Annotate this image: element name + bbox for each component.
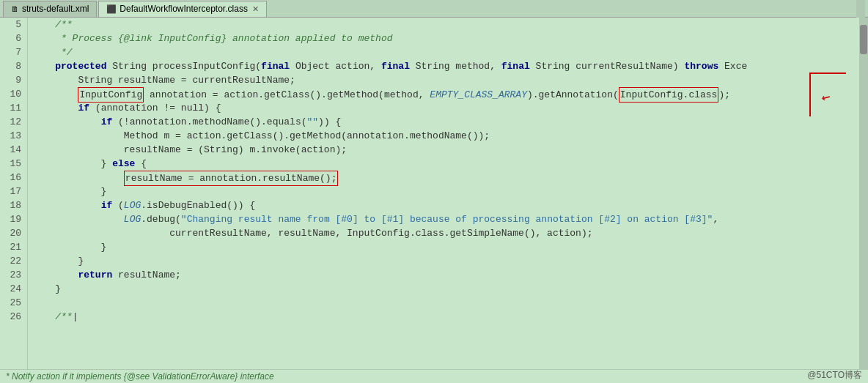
tab-label-class: DefaultWorkflowInterceptor.class (119, 4, 248, 14)
code-line-13: Method m = action.getClass().getMethod(a… (32, 129, 859, 143)
line-num-22: 22 (3, 254, 21, 268)
line-num-18: 18 (3, 198, 21, 212)
code-line-20: currentResultName, resultName, InputConf… (32, 226, 859, 240)
line-num-6: 6 (3, 31, 21, 45)
line-num-7: 7 (3, 45, 21, 59)
line-num-21: 21 (3, 240, 21, 254)
line-num-26: 26 (3, 310, 21, 324)
tab-label-xml: struts-default.xml (22, 4, 89, 14)
line-num-10: 10 (3, 87, 21, 101)
tab-struts-xml[interactable]: 🗎 struts-default.xml (3, 1, 97, 17)
tab-scroll-area (856, 0, 865, 18)
line-num-11: 11 (3, 101, 21, 115)
tab-bar: 🗎 struts-default.xml ⬛ DefaultWorkflowIn… (0, 0, 868, 18)
code-line-26: /**| (32, 310, 859, 324)
line-num-25: 25 (3, 296, 21, 310)
code-line-19: LOG.debug("Changing result name from [#0… (32, 212, 859, 226)
code-line-23: return resultName; (32, 268, 859, 282)
code-line-11: if (annotation != null) { (32, 101, 859, 115)
line-num-5: 5 (3, 18, 21, 31)
line-num-24: 24 (3, 282, 21, 296)
class-icon: ⬛ (106, 4, 117, 14)
line-num-12: 12 (3, 115, 21, 129)
line-num-23: 23 (3, 268, 21, 282)
line-numbers: 5 6 7 8 9 10 11 12 13 14 15 16 17 18 19 … (0, 18, 28, 369)
code-line-18: if (LOG.isDebugEnabled()) { (32, 198, 859, 212)
editor-container: 🗎 struts-default.xml ⬛ DefaultWorkflowIn… (0, 0, 868, 383)
line-num-17: 17 (3, 185, 21, 198)
code-line-25 (32, 296, 859, 310)
line-num-19: 19 (3, 212, 21, 226)
line-num-9: 9 (3, 73, 21, 87)
code-line-9: String resultName = currentResultName; (32, 73, 859, 87)
bottom-line-text: * Notify action if it implements {@see V… (6, 371, 274, 382)
line-num-16: 16 (3, 171, 21, 185)
code-line-8: protected String processInputConfig(fina… (32, 59, 859, 73)
code-line-17: } (32, 185, 859, 198)
code-line-5: /** (32, 18, 859, 31)
line-num-13: 13 (3, 129, 21, 143)
close-tab-button[interactable]: ✕ (252, 4, 259, 14)
xml-icon: 🗎 (11, 4, 19, 13)
code-line-16: resultName = annotation.resultName(); (32, 171, 859, 185)
code-line-6: * Process {@link InputConfig} annotation… (32, 31, 859, 45)
scrollbar-thumb[interactable] (860, 25, 867, 54)
scrollbar-right[interactable] (859, 18, 868, 369)
code-line-22: } (32, 254, 859, 268)
code-line-12: if (!annotation.methodName().equals(""))… (32, 115, 859, 129)
watermark: @51CTO博客 (807, 369, 862, 382)
line-num-14: 14 (3, 143, 21, 157)
code-line-10: InputConfig annotation = action.getClass… (32, 87, 859, 101)
code-line-21: } (32, 240, 859, 254)
line-num-8: 8 (3, 59, 21, 73)
line-num-20: 20 (3, 226, 21, 240)
annotation-bracket (809, 72, 846, 116)
code-area: 5 6 7 8 9 10 11 12 13 14 15 16 17 18 19 … (0, 18, 868, 369)
code-line-15: } else { (32, 157, 859, 171)
bottom-bar: * Notify action if it implements {@see V… (0, 369, 868, 383)
tab-default-workflow[interactable]: ⬛ DefaultWorkflowInterceptor.class ✕ (98, 1, 267, 17)
code-line-24: } (32, 282, 859, 296)
code-content[interactable]: /** * Process {@link InputConfig} annota… (28, 18, 859, 369)
line-num-15: 15 (3, 157, 21, 171)
code-line-14: resultName = (String) m.invoke(action); (32, 143, 859, 157)
code-line-7: */ (32, 45, 859, 59)
